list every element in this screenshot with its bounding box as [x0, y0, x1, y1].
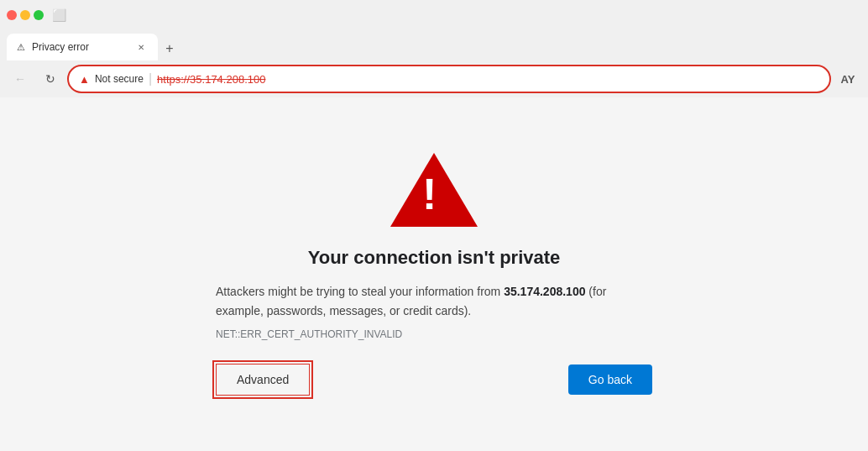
security-indicator: ▲ Not secure | https://35.174.208.100 [79, 71, 265, 87]
error-title: Your connection isn't private [308, 247, 561, 269]
advanced-btn-wrapper: Advanced [216, 364, 310, 396]
tab-close-button[interactable]: ✕ [134, 40, 148, 54]
browser-chrome: ⬜ ⚠ Privacy error ✕ + ← ↻ ▲ Not secure |… [0, 0, 868, 97]
error-page: Your connection isn't private Attackers … [0, 97, 868, 451]
error-description: Attackers might be trying to steal your … [216, 282, 652, 320]
address-bar[interactable]: ▲ Not secure | https://35.174.208.100 [67, 65, 831, 93]
refresh-button[interactable]: ↻ [37, 66, 64, 92]
error-container: Your connection isn't private Attackers … [216, 153, 652, 396]
close-dot[interactable] [7, 10, 17, 20]
back-button[interactable]: ← [7, 66, 34, 92]
url-display: https://35.174.208.100 [157, 73, 265, 86]
tab-title: Privacy error [32, 41, 128, 53]
address-divider: | [149, 71, 152, 87]
description-prefix: Attackers might be trying to steal your … [216, 285, 504, 298]
new-tab-button[interactable]: + [158, 37, 181, 60]
error-code: NET::ERR_CERT_AUTHORITY_INVALID [216, 328, 652, 340]
buttons-row: Advanced Go back [216, 364, 652, 396]
go-back-button[interactable]: Go back [568, 364, 652, 395]
window-icon: ⬜ [52, 8, 66, 22]
minimize-dot[interactable] [20, 10, 30, 20]
tab-favicon: ⚠ [17, 42, 25, 53]
traffic-lights [7, 10, 44, 20]
maximize-dot[interactable] [34, 10, 44, 20]
active-tab[interactable]: ⚠ Privacy error ✕ [7, 34, 158, 60]
error-hostname: 35.174.208.100 [504, 285, 585, 298]
title-bar: ⬜ [0, 0, 868, 30]
warning-icon: ▲ [79, 73, 90, 86]
profile-button[interactable]: AY [834, 66, 861, 92]
not-secure-label: Not secure [95, 73, 144, 85]
tab-bar: ⚠ Privacy error ✕ + [0, 30, 868, 60]
advanced-button[interactable]: Advanced [216, 364, 310, 396]
nav-bar: ← ↻ ▲ Not secure | https://35.174.208.10… [0, 60, 868, 97]
warning-triangle-icon [390, 153, 478, 227]
